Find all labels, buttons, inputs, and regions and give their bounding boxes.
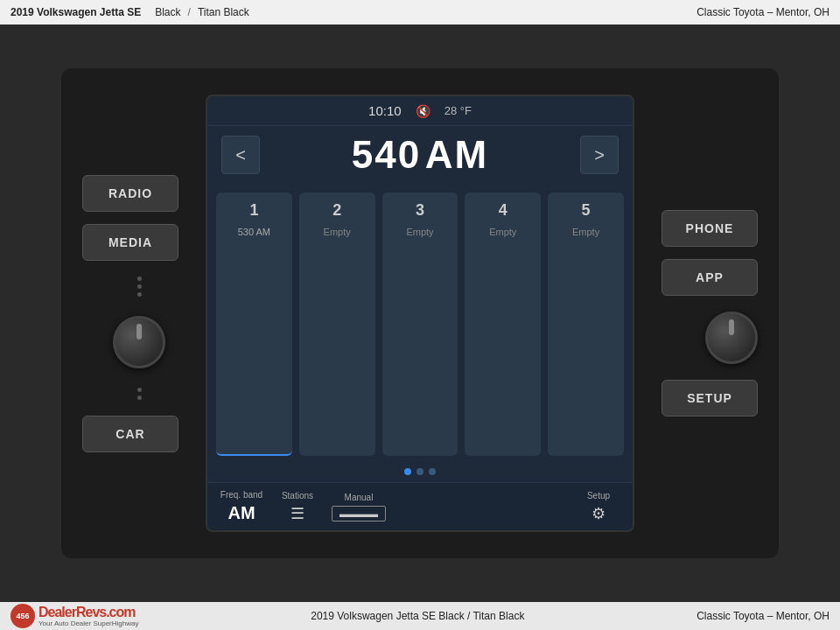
left-knob[interactable] — [113, 316, 165, 368]
preset-4[interactable]: 4 Empty — [465, 192, 541, 456]
radio-button[interactable]: RADIO — [82, 175, 178, 212]
preset-5[interactable]: 5 Empty — [548, 192, 624, 456]
indicator-dot — [137, 284, 142, 289]
interior-label: Titan Black — [198, 6, 249, 18]
setup-ctrl[interactable]: Setup ⚙ — [577, 491, 620, 523]
station-display: < 540 AM > — [207, 126, 633, 184]
car-button[interactable]: CAR — [82, 416, 178, 452]
left-controls: RADIO MEDIA CAR — [82, 175, 196, 452]
footer-vehicle: 2019 Volkswagen Jetta SE — [311, 610, 436, 622]
presets-grid: 1 530 AM 2 Empty 3 Empty 4 Empty 5 Emp — [207, 184, 633, 461]
freq-band-label: Freq. band — [220, 490, 262, 500]
bottom-bar: 456 DealerRevs.com Your Auto Dealer Supe… — [0, 602, 840, 630]
preset-2[interactable]: 2 Empty — [299, 192, 375, 456]
right-controls: PHONE APP SETUP — [644, 210, 758, 416]
list-icon: ☰ — [290, 504, 304, 523]
indicator-dot — [137, 276, 142, 281]
setup-label: Setup — [587, 491, 610, 500]
manual-ctrl[interactable]: Manual ▬▬▬▬ — [332, 493, 386, 522]
right-knob[interactable] — [705, 312, 758, 364]
color-label: Black — [155, 6, 180, 18]
dots-indicator — [207, 461, 633, 482]
band-label: AM — [425, 133, 488, 176]
screen-status: 10:10 🔇 28 °F — [207, 96, 633, 126]
mute-icon: 🔇 — [416, 104, 430, 118]
prev-station-button[interactable]: < — [221, 136, 260, 174]
station-number: 540 — [352, 133, 421, 176]
preset-1-number: 1 — [249, 201, 258, 220]
gear-icon: ⚙ — [592, 504, 606, 523]
preset-4-freq: Empty — [489, 227, 516, 237]
logo-tagline: Your Auto Dealer SuperHighway — [38, 620, 138, 628]
app-button[interactable]: APP — [662, 259, 758, 296]
indicator-dot — [137, 396, 142, 400]
preset-2-freq: Empty — [324, 227, 351, 237]
station-freq-display: 540 AM — [352, 133, 488, 177]
freq-band-value: AM — [228, 503, 255, 523]
preset-3[interactable]: 3 Empty — [382, 192, 458, 456]
preset-1-freq: 530 AM — [238, 227, 270, 237]
footer-color: Black — [438, 610, 464, 622]
main-area: RADIO MEDIA CAR 10:10 🔇 28 °F — [0, 24, 840, 602]
preset-5-freq: Empty — [572, 227, 599, 237]
setup-button[interactable]: SETUP — [662, 380, 758, 416]
footer-interior: Titan Black — [472, 610, 524, 622]
dot-1 — [404, 468, 411, 475]
dot-3 — [429, 468, 436, 475]
manual-label: Manual — [345, 493, 374, 502]
control-panel: RADIO MEDIA CAR 10:10 🔇 28 °F — [61, 68, 779, 558]
preset-2-number: 2 — [332, 201, 341, 220]
right-knob-container — [705, 312, 758, 364]
stations-label: Stations — [282, 491, 313, 500]
left-knob-container — [82, 316, 196, 368]
dealer-label: Classic Toyota – Mentor, OH — [696, 6, 830, 18]
preset-3-number: 3 — [416, 201, 424, 220]
preset-4-number: 4 — [499, 201, 508, 220]
screen-bottom-controls: Freq. band AM Stations ☰ Manual ▬▬▬▬ Set… — [207, 482, 633, 530]
media-button[interactable]: MEDIA — [82, 224, 178, 261]
logo-name: DealerRevs.com — [38, 605, 138, 620]
manual-icon: ▬▬▬▬ — [332, 506, 386, 522]
indicator-dot — [137, 388, 142, 392]
phone-button[interactable]: PHONE — [662, 210, 758, 247]
infotainment-screen: 10:10 🔇 28 °F < 540 AM > 1 530 AM — [206, 94, 634, 532]
indicator-dot — [137, 292, 142, 297]
footer-dealer: Classic Toyota – Mentor, OH — [696, 610, 830, 622]
top-bar: 2019 Volkswagen Jetta SE Black / Titan B… — [0, 0, 840, 24]
stations-ctrl[interactable]: Stations ☰ — [276, 491, 319, 523]
next-station-button[interactable]: > — [580, 136, 619, 174]
footer-vehicle-info: 2019 Volkswagen Jetta SE Black / Titan B… — [311, 610, 524, 622]
dealer-logo: 456 DealerRevs.com Your Auto Dealer Supe… — [10, 604, 138, 628]
vehicle-title: 2019 Volkswagen Jetta SE — [10, 6, 141, 18]
screen-temp: 28 °F — [444, 104, 472, 117]
preset-3-freq: Empty — [406, 227, 433, 237]
freq-band-ctrl[interactable]: Freq. band AM — [220, 490, 263, 523]
logo-circle: 456 — [10, 604, 35, 628]
screen-time: 10:10 — [368, 103, 402, 118]
preset-5-number: 5 — [582, 201, 591, 220]
dot-2 — [416, 468, 424, 475]
preset-1[interactable]: 1 530 AM — [216, 192, 292, 456]
